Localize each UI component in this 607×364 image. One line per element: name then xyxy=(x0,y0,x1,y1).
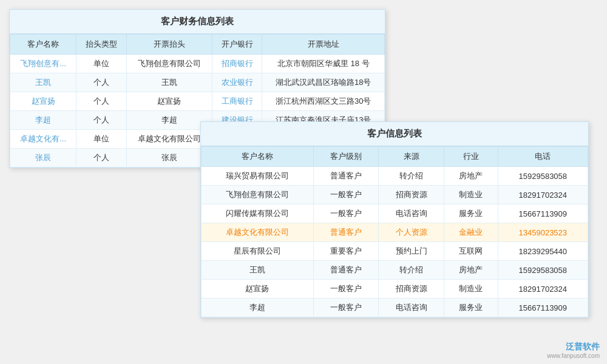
type-cell: 个人 xyxy=(76,92,126,111)
customer-col-header: 电话 xyxy=(498,147,588,167)
invoice-title-cell: 张辰 xyxy=(126,149,212,167)
customer-name-cell[interactable]: 赵宣扬 xyxy=(10,92,76,111)
finance-col-header: 开票抬头 xyxy=(126,35,212,55)
cust-industry-cell: 制造业 xyxy=(444,280,498,298)
cust-level-cell: 重要客户 xyxy=(313,242,379,261)
finance-col-header: 抬头类型 xyxy=(76,35,126,55)
table-row: 赵宣扬一般客户招商资源制造业18291702324 xyxy=(202,280,588,298)
cust-name-cell: 赵宣扬 xyxy=(202,280,314,298)
cust-name-cell: 飞翔创意有限公司 xyxy=(202,186,314,204)
watermark-url: www.fanpusoft.com xyxy=(547,352,600,359)
address-cell: 北京市朝阳区华威里 18 号 xyxy=(262,55,385,73)
cust-name-cell: 卓越文化有限公司 xyxy=(202,223,314,242)
customer-name-cell[interactable]: 张辰 xyxy=(10,149,76,167)
table-row: 闪耀传媒有限公司一般客户电话咨询服务业15667113909 xyxy=(202,204,588,223)
table-row: 瑞兴贸易有限公司普通客户转介绍房地产15929583058 xyxy=(202,167,588,186)
cust-industry-cell: 房地产 xyxy=(444,167,498,186)
cust-phone-cell: 18291702324 xyxy=(498,186,588,204)
cust-source-cell: 转介绍 xyxy=(379,167,444,186)
customer-table-header: 客户名称客户级别来源行业电话 xyxy=(202,147,588,167)
cust-industry-cell: 房地产 xyxy=(444,261,498,280)
customer-name-cell[interactable]: 飞翔创意有... xyxy=(10,55,76,73)
customer-name-cell[interactable]: 李超 xyxy=(10,111,76,130)
bank-cell[interactable]: 农业银行 xyxy=(212,73,262,92)
cust-source-cell: 电话咨询 xyxy=(379,298,444,317)
cust-name-cell: 王凯 xyxy=(202,261,314,280)
type-cell: 个人 xyxy=(76,149,126,167)
finance-col-header: 客户名称 xyxy=(10,35,76,55)
table-row: 星辰有限公司重要客户预约上门互联网18239295440 xyxy=(202,242,588,261)
invoice-title-cell: 卓越文化有限公司 xyxy=(126,130,212,149)
address-cell: 浙江杭州西湖区文三路30号 xyxy=(262,92,385,111)
bank-cell[interactable]: 工商银行 xyxy=(212,92,262,111)
cust-level-cell: 普通客户 xyxy=(313,167,379,186)
invoice-title-cell: 李超 xyxy=(126,111,212,130)
cust-name-cell: 瑞兴贸易有限公司 xyxy=(202,167,314,186)
cust-source-cell: 招商资源 xyxy=(379,186,444,204)
customer-col-header: 客户级别 xyxy=(313,147,379,167)
cust-phone-cell: 18291702324 xyxy=(498,280,588,298)
cust-level-cell: 一般客户 xyxy=(313,186,379,204)
cust-name-cell: 李超 xyxy=(202,298,314,317)
cust-level-cell: 普通客户 xyxy=(313,261,379,280)
cust-phone-cell: 15929583058 xyxy=(498,167,588,186)
cust-source-cell: 电话咨询 xyxy=(379,204,444,223)
cust-industry-cell: 服务业 xyxy=(444,204,498,223)
customer-table: 客户名称客户级别来源行业电话 瑞兴贸易有限公司普通客户转介绍房地产1592958… xyxy=(201,146,588,317)
cust-name-cell: 星辰有限公司 xyxy=(202,242,314,261)
cust-phone-cell: 15667113909 xyxy=(498,204,588,223)
type-cell: 个人 xyxy=(76,73,126,92)
customer-col-header: 客户名称 xyxy=(202,147,314,167)
customer-name-cell[interactable]: 卓越文化有... xyxy=(10,130,76,149)
bank-cell[interactable]: 招商银行 xyxy=(212,55,262,73)
cust-industry-cell: 制造业 xyxy=(444,186,498,204)
customer-window-title: 客户信息列表 xyxy=(201,122,588,146)
finance-col-header: 开户银行 xyxy=(212,35,262,55)
cust-source-cell: 预约上门 xyxy=(379,242,444,261)
invoice-title-cell: 王凯 xyxy=(126,73,212,92)
cust-phone-cell: 13459023523 xyxy=(498,223,588,242)
customer-col-header: 来源 xyxy=(379,147,444,167)
invoice-title-cell: 飞翔创意有限公司 xyxy=(126,55,212,73)
customer-table-body: 瑞兴贸易有限公司普通客户转介绍房地产15929583058飞翔创意有限公司一般客… xyxy=(202,167,588,317)
cust-name-cell: 闪耀传媒有限公司 xyxy=(202,204,314,223)
cust-level-cell: 一般客户 xyxy=(313,204,379,223)
table-row: 王凯普通客户转介绍房地产15929583058 xyxy=(202,261,588,280)
cust-phone-cell: 15667113909 xyxy=(498,298,588,317)
table-row: 飞翔创意有...单位飞翔创意有限公司招商银行北京市朝阳区华威里 18 号 xyxy=(10,55,385,73)
type-cell: 单位 xyxy=(76,130,126,149)
customer-info-window: 客户信息列表 客户名称客户级别来源行业电话 瑞兴贸易有限公司普通客户转介绍房地产… xyxy=(200,121,589,318)
cust-source-cell: 招商资源 xyxy=(379,280,444,298)
invoice-title-cell: 赵宣扬 xyxy=(126,92,212,111)
finance-table-header: 客户名称抬头类型开票抬头开户银行开票地址 xyxy=(10,35,385,55)
cust-industry-cell: 服务业 xyxy=(444,298,498,317)
cust-source-cell: 个人资源 xyxy=(379,223,444,242)
type-cell: 个人 xyxy=(76,111,126,130)
table-row: 赵宣扬个人赵宣扬工商银行浙江杭州西湖区文三路30号 xyxy=(10,92,385,111)
table-row: 卓越文化有限公司普通客户个人资源金融业13459023523 xyxy=(202,223,588,242)
cust-phone-cell: 18239295440 xyxy=(498,242,588,261)
customer-col-header: 行业 xyxy=(444,147,498,167)
watermark: 泛普软件 www.fanpusoft.com xyxy=(547,342,600,359)
cust-industry-cell: 金融业 xyxy=(444,223,498,242)
cust-level-cell: 一般客户 xyxy=(313,280,379,298)
table-row: 飞翔创意有限公司一般客户招商资源制造业18291702324 xyxy=(202,186,588,204)
type-cell: 单位 xyxy=(76,55,126,73)
cust-phone-cell: 15929583058 xyxy=(498,261,588,280)
finance-window-title: 客户财务信息列表 xyxy=(10,10,385,34)
cust-level-cell: 普通客户 xyxy=(313,223,379,242)
table-row: 李超一般客户电话咨询服务业15667113909 xyxy=(202,298,588,317)
cust-level-cell: 一般客户 xyxy=(313,298,379,317)
watermark-logo: 泛普软件 xyxy=(566,342,600,352)
finance-col-header: 开票地址 xyxy=(262,35,385,55)
customer-name-cell[interactable]: 王凯 xyxy=(10,73,76,92)
table-row: 王凯个人王凯农业银行湖北武汉武昌区珞喻路18号 xyxy=(10,73,385,92)
cust-industry-cell: 互联网 xyxy=(444,242,498,261)
cust-source-cell: 转介绍 xyxy=(379,261,444,280)
address-cell: 湖北武汉武昌区珞喻路18号 xyxy=(262,73,385,92)
